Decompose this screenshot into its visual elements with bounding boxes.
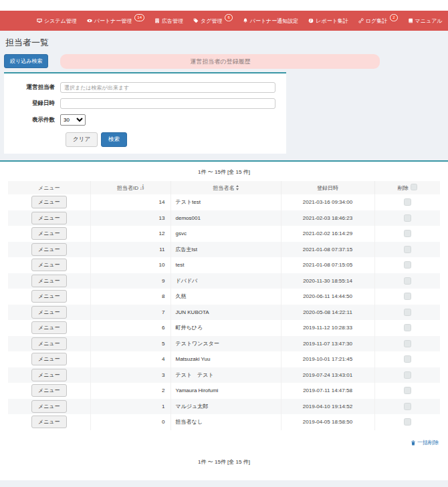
bulk-delete-link[interactable]: 一括削除 [411,439,439,446]
person-name: JUN KUBOTA [171,305,281,321]
person-id: 6 [90,320,171,336]
person-id: 12 [90,226,171,242]
staff-input[interactable] [60,82,275,93]
person-name: テストワンスター [171,336,281,352]
table-row: メニュー 11 広告主tst 2021-01-08 07:37:15 [8,242,440,258]
row-menu-button[interactable]: メニュー [31,369,67,381]
col-id[interactable]: 担当者ID ↓19 [90,181,171,194]
delete-checkbox[interactable] [404,246,411,253]
row-menu-button[interactable]: メニュー [31,337,67,350]
page-title: 担当者一覧 [5,37,443,49]
registered-date: 2019-07-24 13:43:01 [281,367,374,383]
row-menu-button[interactable]: メニュー [31,243,67,256]
filter-search-button[interactable]: 絞り込み検索 [4,54,48,68]
registered-date: 2021-02-02 16:14:29 [281,226,374,242]
delete-checkbox[interactable] [404,387,411,394]
person-name: マルジュ太郎 [171,399,281,415]
trash-icon [411,440,416,446]
history-banner: 運営担当者の登録履歴 [60,54,380,69]
delete-checkbox[interactable] [404,293,411,300]
person-name: 町井ちひろ [171,320,281,336]
nav-item-desktop[interactable]: システム管理 [37,17,77,25]
delete-checkbox[interactable] [404,277,411,285]
search-button[interactable]: 検索 [101,132,127,147]
table-row: メニュー 6 町井ちひろ 2019-11-12 10:28:33 [8,320,440,336]
row-menu-button[interactable]: メニュー [31,212,67,224]
person-id: 8 [90,289,171,305]
count-label: 表示件数 [4,116,60,124]
book-icon [408,18,413,23]
count-select[interactable]: 30 [60,114,86,126]
table-row: メニュー 13 demos001 2021-02-03 18:46:23 [8,210,440,226]
delete-checkbox[interactable] [404,214,411,222]
row-menu-button[interactable]: メニュー [31,416,67,428]
nav-item-eye[interactable]: パートナー管理14 [87,17,144,25]
row-menu-button[interactable]: メニュー [31,306,67,319]
nav-item-pie-chart[interactable]: レポート集計 [308,17,348,25]
delete-checkbox[interactable] [404,198,411,206]
person-name: 広告主tst [171,242,281,258]
person-name: テスト テスト [171,367,281,383]
table-row: メニュー 10 test 2021-01-08 07:15:05 [8,257,440,273]
nav-item-label: タグ管理 [201,17,222,25]
person-id: 13 [90,210,171,226]
row-menu-button[interactable]: メニュー [31,384,67,397]
row-menu-button[interactable]: メニュー [31,290,67,303]
delete-checkbox[interactable] [404,230,411,237]
tag-icon [193,18,199,23]
col-delete-label: 削除 [398,185,409,191]
controls-row: 絞り込み検索 運営担当者の登録履歴 [4,54,444,69]
nav-item-bell[interactable]: パートナー通知設定 [243,17,299,25]
desktop-icon [37,18,42,23]
person-id: 0 [90,414,171,430]
nav-badge: 6 [225,14,232,21]
table-row: メニュー 5 テストワンスター 2019-11-07 13:47:30 [8,336,440,352]
row-menu-button[interactable]: メニュー [31,400,67,413]
delete-checkbox[interactable] [404,324,411,331]
person-id: 9 [90,273,171,289]
registered-date: 2020-06-11 14:44:50 [281,289,374,305]
registered-date: 2019-11-07 13:47:30 [281,336,374,352]
col-id-label: 担当者ID [117,184,138,192]
nav-item-building[interactable]: 広告管理 [154,17,183,25]
delete-checkbox[interactable] [404,418,411,426]
row-menu-button[interactable]: メニュー [31,196,67,208]
registered-date: 2021-01-08 07:37:15 [281,242,374,258]
eye-icon [87,18,92,23]
date-input[interactable] [60,98,275,109]
table-row: メニュー 7 JUN KUBOTA 2020-05-08 14:22:11 [8,305,440,321]
person-id: 10 [90,257,171,273]
row-menu-button[interactable]: メニュー [31,275,67,287]
bulk-delete-row: 一括削除 [0,430,448,448]
col-name-label: 担当者名 [213,184,235,192]
nav-item-link[interactable]: ログ集計2 [358,17,398,25]
row-menu-button[interactable]: メニュー [31,321,67,334]
delete-checkbox[interactable] [404,261,411,269]
delete-checkbox[interactable] [404,309,411,316]
registered-date: 2020-05-08 14:22:11 [281,305,374,321]
person-id: 2 [90,383,171,399]
select-all-checkbox[interactable] [411,184,417,190]
bell-icon [243,18,248,23]
delete-checkbox[interactable] [404,371,411,379]
sort-numeric-icon: ↓19 [140,185,144,191]
delete-checkbox[interactable] [404,403,411,410]
table-row: メニュー 3 テスト テスト 2019-07-24 13:43:01 [8,367,440,383]
row-menu-button[interactable]: メニュー [31,259,67,271]
nav-item-book[interactable]: マニュアル [408,17,443,25]
table-row: メニュー 1 マルジュ太郎 2019-04-10 19:14:52 [8,399,440,415]
person-name: 担当者なし [171,414,281,430]
clear-button[interactable]: クリア [66,132,98,147]
delete-checkbox[interactable] [404,340,411,347]
table-row: メニュー 2 Yamaura Hirofumi 2019-07-11 14:47… [8,383,440,399]
col-name[interactable]: 担当者名 [171,181,281,194]
registered-date: 2019-07-11 14:47:58 [281,383,374,399]
registered-date: 2019-04-05 18:58:50 [281,414,374,430]
nav-item-tag[interactable]: タグ管理6 [193,17,233,25]
row-menu-button[interactable]: メニュー [31,353,67,365]
delete-checkbox[interactable] [404,355,411,363]
person-name: gsvc [171,226,281,242]
staff-table: メニュー 担当者ID ↓19 担当者名 登録日時 [8,181,440,430]
date-label: 登録日時 [4,100,60,108]
row-menu-button[interactable]: メニュー [31,227,67,240]
